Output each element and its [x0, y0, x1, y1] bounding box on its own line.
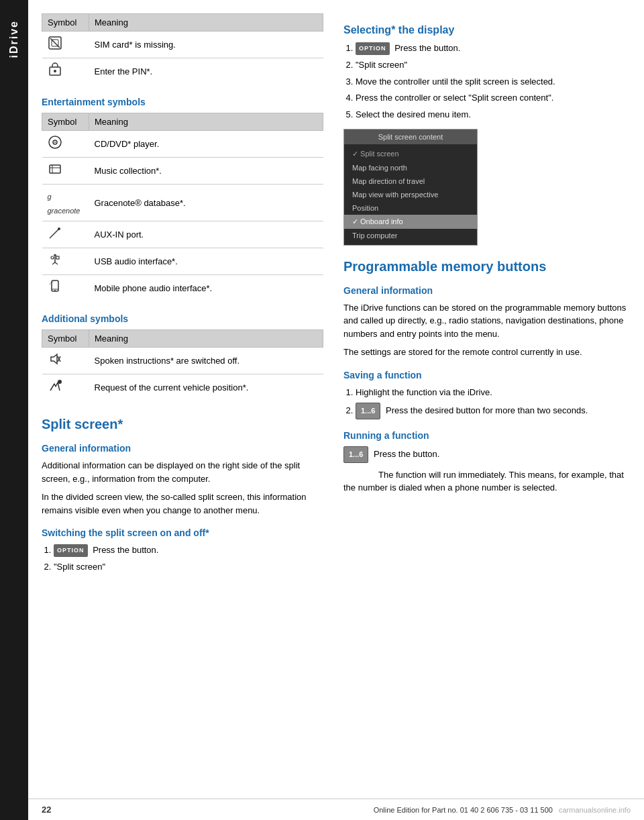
- running-p1-text: Press the button.: [374, 449, 439, 459]
- memory-button-icon: 1...6: [356, 403, 380, 420]
- add-header-symbol: Symbol: [42, 330, 89, 348]
- table-row: Enter the PIN*.: [42, 58, 323, 85]
- sim-missing-meaning: SIM card* is missing.: [89, 32, 323, 58]
- list-item: 1...6 Press the desired button for more …: [356, 403, 631, 420]
- table-row: AUX-IN port.: [42, 221, 323, 248]
- table-row: CD/DVD* player.: [42, 131, 323, 158]
- sim-table-header-meaning: Meaning: [89, 14, 323, 32]
- list-item: Move the controller until the split scre…: [356, 75, 631, 89]
- split-screen-menu-item-highlighted: ✓ Onboard info: [344, 215, 477, 229]
- split-screen-content-title: Split screen content: [344, 130, 477, 144]
- svg-point-12: [51, 256, 54, 259]
- sidebar-label: iDrive: [8, 20, 20, 58]
- prog-gen-info-heading: General information: [343, 285, 631, 296]
- pin-entry-symbol: [42, 58, 89, 85]
- split-screen-menu-item: Map view with perspective: [344, 188, 477, 201]
- watermark-text: carmanualsonline.info: [559, 806, 631, 814]
- sidebar: iDrive: [0, 0, 28, 820]
- additional-table: Symbol Meaning Spoken instructions* are …: [42, 329, 323, 401]
- switching-step-2-text: "Split screen": [54, 562, 105, 572]
- selecting-steps: OPTION Press the button. "Split screen" …: [356, 42, 631, 122]
- split-screen-menu-item: Map facing north: [344, 161, 477, 174]
- list-item: "Split screen": [356, 58, 631, 72]
- selecting-heading: Selecting* the display: [343, 24, 631, 36]
- sim-table: Symbol Meaning SIM card* is missing. Ent…: [42, 13, 323, 85]
- left-column: Symbol Meaning SIM card* is missing. Ent…: [42, 13, 323, 581]
- list-item: Press the controller or select "Split sc…: [356, 91, 631, 105]
- selecting-step-3: Move the controller until the split scre…: [356, 76, 555, 87]
- cd-dvd-symbol: [42, 131, 89, 158]
- footer-copyright: Online Edition for Part no. 01 40 2 606 …: [374, 806, 631, 814]
- add-header-meaning: Meaning: [89, 330, 323, 348]
- entertainment-table: Symbol Meaning CD/DVD* player. Music col…: [42, 113, 323, 301]
- ent-header-meaning: Meaning: [89, 113, 323, 131]
- table-row: Music collection*.: [42, 158, 323, 185]
- split-screen-content-image: Split screen content ✓ Split screen Map …: [343, 129, 478, 246]
- switching-steps: OPTION Press the button. "Split screen": [54, 544, 323, 574]
- list-item: "Split screen": [54, 560, 323, 574]
- prog-memory-heading: Programmable memory buttons: [343, 259, 631, 274]
- music-collection-meaning: Music collection*.: [89, 158, 323, 185]
- mobile-phone-meaning: Mobile phone audio interface*.: [89, 275, 323, 302]
- gracenote-meaning: Gracenote® database*.: [89, 185, 323, 221]
- spoken-off-meaning: Spoken instructions* are switched off.: [89, 348, 323, 374]
- split-screen-menu-item: Position: [344, 201, 477, 215]
- running-p2-text: The function will run immediately. This …: [343, 470, 624, 493]
- svg-point-11: [58, 227, 60, 230]
- aux-in-meaning: AUX-IN port.: [89, 221, 323, 248]
- pin-entry-meaning: Enter the PIN*.: [89, 58, 323, 85]
- ent-header-symbol: Symbol: [42, 113, 89, 131]
- split-screen-gen-info-heading: General information: [42, 443, 323, 454]
- gracenote-symbol: g gracenote: [42, 185, 89, 221]
- sim-table-header-symbol: Symbol: [42, 14, 89, 32]
- selecting-step-2: "Split screen": [356, 60, 407, 70]
- spoken-off-symbol: [42, 348, 89, 374]
- switching-step-1-text: Press the button.: [93, 545, 158, 555]
- main-content: Symbol Meaning SIM card* is missing. Ent…: [28, 0, 644, 608]
- split-screen-menu-item: Map direction of travel: [344, 174, 477, 188]
- svg-rect-13: [56, 256, 59, 259]
- option-button-icon-2: OPTION: [356, 42, 390, 54]
- table-row: SIM card* is missing.: [42, 32, 323, 58]
- selecting-step-1: Press the button.: [394, 43, 460, 53]
- table-row: USB audio interface*.: [42, 248, 323, 275]
- selecting-step-4: Press the controller or select "Split sc…: [356, 93, 553, 103]
- list-item: OPTION Press the button.: [54, 544, 323, 558]
- vehicle-pos-meaning: Request of the current vehicle position*…: [89, 374, 323, 401]
- running-heading: Running a function: [343, 430, 631, 441]
- running-memory-button-icon: 1...6: [343, 446, 368, 463]
- split-screen-gen-info-p2: In the divided screen view, the so-calle…: [42, 491, 323, 517]
- copyright-text: Online Edition for Part no. 01 40 2 606 …: [374, 806, 553, 814]
- running-p1: 1...6 Press the button.: [343, 446, 631, 463]
- split-screen-menu: ✓ Split screen Map facing north Map dire…: [344, 144, 477, 245]
- split-screen-menu-item: Trip computer: [344, 229, 477, 242]
- table-row: Request of the current vehicle position*…: [42, 374, 323, 401]
- right-column: Selecting* the display OPTION Press the …: [343, 13, 631, 581]
- list-item: Select the desired menu item.: [356, 108, 631, 122]
- usb-meaning: USB audio interface*.: [89, 248, 323, 275]
- svg-point-7: [54, 142, 56, 143]
- switching-heading: Switching the split screen on and off*: [42, 527, 323, 538]
- prog-memory-section: Programmable memory buttons General info…: [343, 259, 631, 495]
- split-screen-menu-item: ✓ Split screen: [344, 147, 477, 161]
- saving-step-2: Press the desired button for more than t…: [386, 405, 588, 415]
- additional-heading: Additional symbols: [42, 313, 323, 324]
- list-item: Highlight the function via the iDrive.: [356, 386, 631, 400]
- prog-gen-info-p2: The settings are stored for the remote c…: [343, 346, 631, 359]
- table-row: g gracenote Gracenote® database*.: [42, 185, 323, 221]
- mobile-phone-symbol: [42, 275, 89, 302]
- footer: 22 Online Edition for Part no. 01 40 2 6…: [28, 799, 644, 820]
- music-collection-symbol: [42, 158, 89, 185]
- svg-rect-8: [50, 165, 60, 173]
- saving-steps: Highlight the function via the iDrive. 1…: [356, 386, 631, 419]
- vehicle-pos-symbol: [42, 374, 89, 401]
- aux-in-symbol: [42, 221, 89, 248]
- running-p2: The function will run immediately. This …: [343, 468, 631, 495]
- svg-point-4: [54, 70, 56, 72]
- saving-heading: Saving a function: [343, 370, 631, 380]
- prog-gen-info-p1: The iDrive functions can be stored on th…: [343, 301, 631, 341]
- option-button-icon: OPTION: [54, 544, 88, 556]
- svg-point-16: [54, 290, 56, 291]
- sim-missing-symbol: [42, 32, 89, 58]
- entertainment-heading: Entertainment symbols: [42, 97, 323, 107]
